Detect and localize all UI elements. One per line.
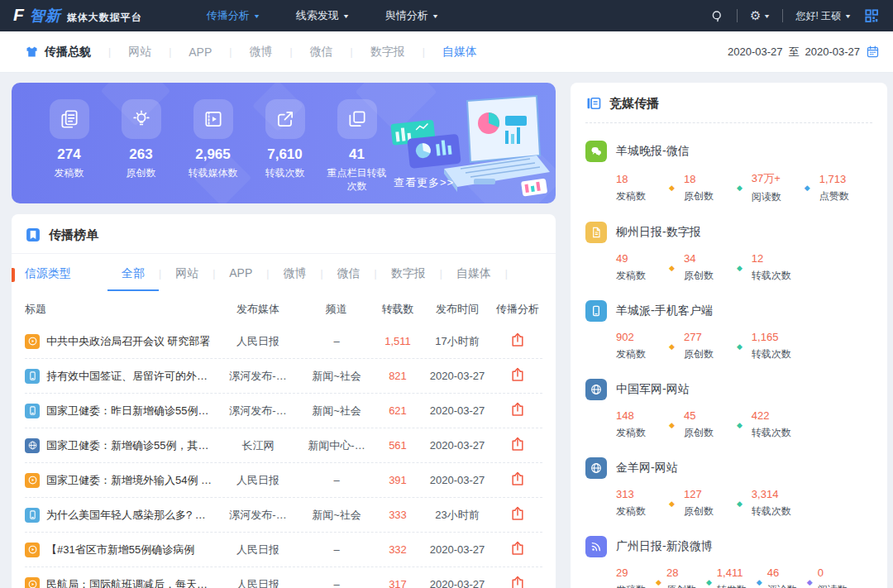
diamond-separator-icon: ◆ xyxy=(656,578,661,586)
competitor-name-row[interactable]: 柳州日报-数字报 xyxy=(585,222,872,243)
overview-icon xyxy=(25,45,39,59)
spread-analysis-button[interactable] xyxy=(509,505,526,522)
article-title-link[interactable]: 国家卫健委：新增境外输入54例 … xyxy=(46,473,212,488)
banner-stat-label: 重点栏目转载次数 xyxy=(321,167,393,193)
diamond-separator-icon: ◆ xyxy=(757,578,762,586)
article-title-link[interactable]: 国家卫健委：昨日新增确诊55例… xyxy=(46,404,208,418)
competitor-name-row[interactable]: 广州日报-新浪微博 xyxy=(585,536,872,557)
filter-tab-7[interactable]: 自媒体 xyxy=(442,266,505,291)
stat-value: 37万+ xyxy=(752,171,805,186)
app-logo[interactable]: F 智新 媒体大数据平台 xyxy=(13,6,142,26)
channel: – xyxy=(299,578,374,588)
spread-analysis-button[interactable] xyxy=(509,436,526,452)
tab-6[interactable]: 数字报 xyxy=(353,45,423,60)
spread-analysis-button[interactable] xyxy=(509,366,526,383)
spread-analysis-button[interactable] xyxy=(509,575,526,588)
competitor-stat: 46评论数 xyxy=(767,566,807,588)
competitor-name-row[interactable]: 羊城晚报-微信 xyxy=(585,141,872,162)
stat-value: 422 xyxy=(752,409,805,422)
competitor-icon xyxy=(585,95,602,112)
stat-value: 46 xyxy=(767,566,807,579)
stat-label: 转载次数 xyxy=(752,504,805,519)
competitor-name-row[interactable]: 羊城派-手机客户端 xyxy=(585,300,872,322)
article-title-link[interactable]: 中共中央政治局召开会议 研究部署 xyxy=(46,334,211,349)
competitor-item: 中国军网-网站 148发稿数◆45原创数◆422转载次数 xyxy=(585,379,872,440)
filter-tab-1[interactable]: 全部 xyxy=(107,266,159,291)
competitor-stats: 49发稿数◆34原创数◆12转载次数 xyxy=(616,252,872,283)
publish-media: 人民日报 xyxy=(217,543,299,557)
table-row: 国家卫健委：昨日新增确诊55例… 漯河发布-… 新闻~社会 621 2020-0… xyxy=(25,394,542,428)
spread-analysis-button[interactable] xyxy=(509,471,526,487)
tab-4[interactable]: 微博 xyxy=(232,45,289,60)
spread-analysis-button[interactable] xyxy=(509,332,526,348)
article-title-link[interactable]: 国家卫健委：新增确诊55例，其… xyxy=(46,438,208,453)
qr-code-icon[interactable] xyxy=(863,7,880,24)
competitor-stat: 902发稿数 xyxy=(616,331,669,361)
settings-gear-icon[interactable]: ⚙▼ xyxy=(750,8,770,23)
diamond-separator-icon: ◆ xyxy=(737,184,743,192)
repost-count: 391 xyxy=(374,474,422,486)
repost-count: 1,511 xyxy=(374,335,422,347)
nav-menu-2[interactable]: 线索发现▼ xyxy=(296,8,349,23)
calendar-icon[interactable] xyxy=(866,45,880,59)
competitor-media-card: 竞媒传播 羊城晚报-微信 18发稿数◆18原创数◆37万+阅读数◆1,713点赞… xyxy=(571,83,887,588)
competitor-stat: 28原创数 xyxy=(666,566,706,588)
channel: 新闻~社会 xyxy=(299,369,374,384)
tab-7[interactable]: 自媒体 xyxy=(425,45,494,60)
view-more-link[interactable]: 查看更多>> xyxy=(394,175,454,190)
user-greeting-menu[interactable]: 您好! 王硕 ▼ xyxy=(795,9,851,23)
stat-value: 18 xyxy=(684,173,737,185)
diamond-separator-icon: ◆ xyxy=(805,184,810,192)
nav-menu-3[interactable]: 舆情分析▼ xyxy=(385,8,438,23)
competitor-stat: 3,314转载次数 xyxy=(752,488,805,519)
stat-value: 3,314 xyxy=(752,488,805,500)
tab-5[interactable]: 微信 xyxy=(293,45,351,60)
competitor-name-row[interactable]: 中国军网-网站 xyxy=(585,379,872,400)
filter-tab-5[interactable]: 微信 xyxy=(323,266,375,291)
stat-value: 1,411 xyxy=(717,566,757,579)
banner-stat: 263 原创数 xyxy=(105,99,177,193)
tab-3[interactable]: APP xyxy=(171,45,229,59)
competitor-stat: 45原创数 xyxy=(684,409,737,440)
article-title-link[interactable]: 民航局：国际航班调减后，每天… xyxy=(46,577,208,588)
spread-analysis-button[interactable] xyxy=(509,401,526,418)
filter-tab-4[interactable]: 微博 xyxy=(269,266,320,291)
banner-stat-value: 7,610 xyxy=(249,146,321,163)
competitor-item: 柳州日报-数字报 49发稿数◆34原创数◆12转载次数 xyxy=(585,222,872,283)
ranking-table: 标题 发布媒体 频道 转载数 发布时间 传播分析 中共中央政治局召开会议 研究部… xyxy=(12,291,556,588)
competitor-stat: 148发稿数 xyxy=(616,409,669,440)
search-icon[interactable] xyxy=(710,9,724,23)
article-title-link[interactable]: 【#31省区市新增55例确诊病例 xyxy=(46,543,194,557)
stat-label: 转载次数 xyxy=(752,426,805,440)
channel: 新闻~社会 xyxy=(299,508,374,523)
banner-stat-value: 274 xyxy=(33,146,105,163)
col-header-reposts: 转载数 xyxy=(374,302,422,317)
nav-menu-1[interactable]: 传播分析▼ xyxy=(207,8,260,23)
filter-tab-2[interactable]: 网站 xyxy=(161,266,213,291)
filter-label[interactable]: 信源类型 xyxy=(25,266,71,291)
tab-2[interactable]: 网站 xyxy=(111,45,169,60)
spread-analysis-button[interactable] xyxy=(509,540,526,557)
competitor-name-row[interactable]: 金羊网-网站 xyxy=(585,457,872,479)
tab-1[interactable]: 传播总貌 xyxy=(25,45,108,60)
competitor-name: 羊城派-手机客户端 xyxy=(616,304,713,318)
date-range-picker[interactable]: 2020-03-27 至 2020-03-27 xyxy=(728,45,880,60)
stat-label: 原创数 xyxy=(684,189,737,203)
date-from: 2020-03-27 xyxy=(728,45,783,58)
stat-label: 阅读数 xyxy=(752,190,805,204)
layers-icon xyxy=(337,99,377,139)
diamond-separator-icon: ◆ xyxy=(807,578,813,586)
filter-tab-3[interactable]: APP xyxy=(215,266,266,289)
banner-stat-label: 原创数 xyxy=(105,167,177,180)
banner-stats: 274 发稿数 263 原创数 2,965 转载媒体数 7,610 转载次数 4… xyxy=(33,99,556,193)
stat-value: 34 xyxy=(684,252,737,265)
stat-label: 转发数 xyxy=(717,583,757,588)
publish-media: 漯河发布-… xyxy=(217,369,299,384)
stat-value: 148 xyxy=(616,409,669,422)
app-source-icon xyxy=(25,369,40,384)
article-title-link[interactable]: 持有效中国签证、居留许可的外… xyxy=(46,369,208,384)
stat-value: 29 xyxy=(616,566,656,579)
filter-tab-6[interactable]: 数字报 xyxy=(377,266,440,291)
channel: 新闻~社会 xyxy=(299,404,374,418)
article-title-link[interactable]: 为什么美国年轻人感染那么多? … xyxy=(46,508,206,523)
